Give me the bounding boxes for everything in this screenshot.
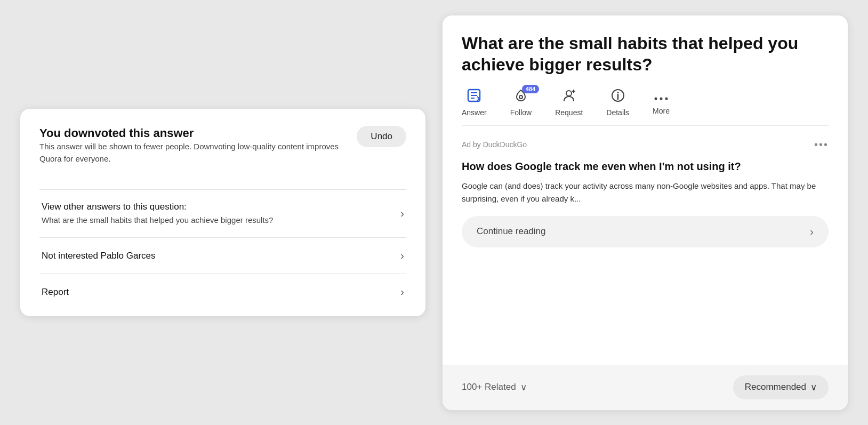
recommended-label: Recommended	[745, 382, 806, 392]
answer-label: Answer	[462, 108, 487, 117]
answer-action[interactable]: Answer	[462, 88, 499, 117]
recommended-chevron-icon: ∨	[810, 382, 817, 393]
view-other-sub: What are the small habits that helped yo…	[42, 214, 273, 226]
question-title: What are the small habits that helped yo…	[462, 33, 829, 75]
ad-bar: Ad by DuckDuckGo •••	[462, 139, 829, 151]
related-button[interactable]: 100+ Related ∨	[462, 382, 527, 393]
ad-more-icon[interactable]: •••	[814, 139, 829, 151]
downvote-title: You downvoted this answer	[39, 126, 346, 141]
details-action[interactable]: Details	[594, 88, 641, 117]
undo-button[interactable]: Undo	[357, 126, 406, 147]
ad-label: Ad by DuckDuckGo	[462, 140, 527, 149]
details-label: Details	[606, 108, 629, 117]
svg-point-12	[660, 97, 663, 100]
svg-point-13	[665, 97, 668, 100]
recommended-button[interactable]: Recommended ∨	[733, 375, 829, 399]
related-label: 100+ Related	[462, 382, 516, 392]
request-label: Request	[555, 108, 583, 117]
follow-badge: 484	[522, 85, 539, 93]
card-body: What are the small habits that helped yo…	[443, 15, 848, 352]
report-item[interactable]: Report ›	[39, 274, 406, 310]
details-icon	[610, 88, 625, 105]
continue-reading-label: Continue reading	[477, 226, 545, 237]
card-header: You downvoted this answer This answer wi…	[39, 126, 406, 180]
not-interested-label: Not interested Pablo Garces	[42, 251, 156, 261]
not-interested-item[interactable]: Not interested Pablo Garces ›	[39, 238, 406, 274]
answer-icon	[467, 88, 481, 105]
svg-point-5	[566, 91, 572, 96]
svg-point-11	[655, 97, 657, 100]
request-action[interactable]: Request	[543, 88, 594, 117]
more-icon	[654, 90, 669, 103]
follow-label: Follow	[510, 108, 532, 117]
svg-point-4	[519, 95, 523, 99]
related-chevron-icon: ∨	[520, 382, 527, 393]
follow-action[interactable]: 484 Follow	[499, 88, 543, 117]
ad-title: How does Google track me even when I'm n…	[462, 159, 829, 173]
request-icon	[561, 88, 576, 105]
action-bar: Answer 484 Follow	[462, 88, 829, 126]
chevron-right-icon-2: ›	[400, 250, 404, 262]
svg-point-10	[617, 92, 618, 93]
ad-text: Google can (and does) track your activit…	[462, 180, 829, 205]
downvote-description: This answer will be shown to fewer peopl…	[39, 141, 346, 165]
more-action[interactable]: More	[641, 90, 681, 115]
chevron-right-icon-3: ›	[400, 286, 404, 298]
view-other-label: View other answers to this question:	[42, 202, 273, 212]
downvote-info: You downvoted this answer This answer wi…	[39, 126, 346, 180]
question-card: What are the small habits that helped yo…	[443, 15, 848, 410]
card-footer: 100+ Related ∨ Recommended ∨	[443, 365, 848, 410]
continue-reading-button[interactable]: Continue reading ›	[462, 216, 829, 247]
downvote-card: You downvoted this answer This answer wi…	[20, 109, 425, 317]
view-other-answers-item[interactable]: View other answers to this question: Wha…	[39, 190, 406, 237]
view-other-content: View other answers to this question: Wha…	[42, 202, 273, 226]
more-label: More	[653, 107, 670, 115]
chevron-right-icon: ›	[400, 207, 404, 220]
report-label: Report	[42, 287, 69, 298]
continue-chevron-icon: ›	[810, 226, 814, 238]
